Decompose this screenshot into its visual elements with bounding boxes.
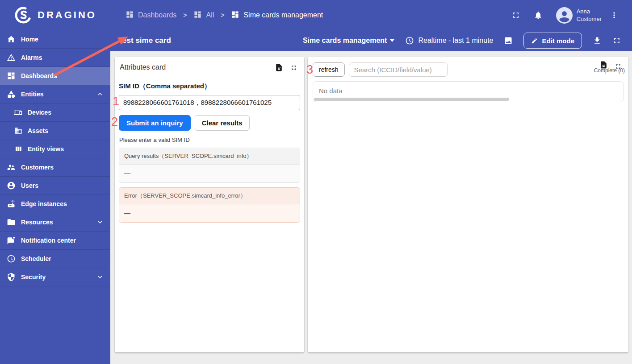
notifications-bell-icon[interactable]: [534, 11, 543, 20]
pencil-icon: [531, 37, 538, 44]
sim-id-input[interactable]: [119, 95, 300, 110]
scheduler-icon: [7, 254, 16, 263]
sidebar-item-entity-views[interactable]: Entity views: [0, 140, 110, 158]
sidebar-item-label: Notification center: [21, 237, 76, 244]
toolbar-actions: Sime cards management Realtime - last 1 …: [303, 33, 632, 49]
users-icon: [7, 181, 16, 190]
page-title: Test sime card: [110, 36, 171, 45]
dashboards-icon: [7, 71, 16, 80]
sidebar-item-resources[interactable]: Resources: [0, 213, 110, 232]
sidebar-item-entities[interactable]: Entities: [0, 85, 110, 103]
user-info[interactable]: Anna Customer: [577, 8, 602, 23]
export-widget-data-icon[interactable]: [275, 63, 283, 72]
sidebar-item-label: Scheduler: [21, 255, 51, 262]
refresh-button[interactable]: refresh: [313, 62, 345, 77]
sidebar-item-label: Edge instances: [21, 200, 67, 207]
widget-fullscreen-icon[interactable]: [615, 63, 622, 70]
top-header: DRAGINO Dashboards > All > Sime cards ma…: [0, 0, 632, 30]
sidebar-item-label: Dashboards: [21, 72, 57, 79]
timewindow-button[interactable]: Realtime - last 1 minute: [405, 36, 493, 45]
caret-down-icon: [390, 39, 394, 42]
clear-results-button[interactable]: Clear results: [195, 115, 250, 131]
error-label: Error（SERVER_SCOPE.simcard_info_error）: [119, 188, 300, 204]
kebab-menu-icon[interactable]: [610, 11, 619, 20]
entity-views-icon: [14, 145, 22, 153]
breadcrumb: Dashboards > All > Sime cards management: [110, 10, 323, 21]
annotation-step-2: 2: [111, 116, 118, 128]
dashboard-fullscreen-icon[interactable]: [612, 36, 621, 45]
edit-mode-button[interactable]: Edit mode: [523, 33, 582, 49]
sidebar-item-alarms[interactable]: Alarms: [0, 49, 110, 67]
submit-inquiry-button[interactable]: Submit an inquiry: [119, 115, 191, 131]
error-value: —: [119, 204, 300, 222]
edge-instances-icon: [7, 199, 16, 208]
query-results-label: Query results（SERVER_SCOPE.simcard_info）: [119, 148, 300, 165]
dashboard-icon: [126, 10, 134, 21]
dashboard-icon: [193, 10, 202, 21]
sidebar-item-label: Users: [21, 182, 38, 189]
clock-icon: [405, 36, 414, 45]
breadcrumb-separator: >: [221, 12, 224, 19]
sidebar-item-label: Entity views: [28, 145, 64, 153]
attributes-card: Attributes card SIM ID（Comma separated） …: [115, 57, 304, 352]
export-widget-data-icon[interactable]: [599, 61, 608, 69]
breadcrumb-all[interactable]: All: [193, 10, 214, 21]
breadcrumb-separator: >: [183, 12, 187, 19]
breadcrumb-current: Sime cards management: [231, 10, 323, 21]
resources-icon: [7, 218, 16, 227]
user-avatar-icon: [556, 7, 573, 24]
dashboard-icon: [231, 10, 239, 21]
sidebar-item-dashboards[interactable]: Dashboards: [0, 67, 110, 85]
customers-icon: [7, 163, 16, 172]
image-gallery-icon[interactable]: [504, 36, 513, 45]
sim-results-card: refresh Complete (0) No data: [308, 57, 628, 352]
sidebar-item-label: Resources: [21, 219, 53, 226]
horizontal-scrollbar[interactable]: [314, 98, 509, 101]
sidebar-item-users[interactable]: Users: [0, 177, 110, 195]
sidebar-item-devices[interactable]: Devices: [0, 103, 110, 122]
chevron-down-icon[interactable]: [96, 273, 104, 281]
sidebar-item-label: Customers: [21, 164, 54, 171]
chevron-down-icon[interactable]: [96, 218, 104, 226]
no-data-label: No data: [313, 82, 624, 95]
dashboard-state-select[interactable]: Sime cards management: [303, 37, 395, 45]
attributes-card-header: Attributes card: [115, 57, 304, 72]
alarms-icon: [7, 53, 16, 62]
entities-icon: [7, 90, 16, 99]
notification-center-icon: [7, 236, 16, 245]
brand-logo[interactable]: DRAGINO: [0, 0, 110, 30]
error-results-box: Error（SERVER_SCOPE.simcard_info_error） —: [119, 187, 300, 223]
dashboard-toolbar: Test sime card Sime cards management Rea…: [110, 30, 632, 51]
sidebar-item-notification-center[interactable]: Notification center: [0, 232, 110, 250]
assets-icon: [14, 127, 22, 135]
sidebar-item-assets[interactable]: Assets: [0, 122, 110, 140]
sidebar-item-label: Assets: [28, 127, 48, 134]
chevron-up-icon[interactable]: [96, 90, 104, 98]
sidebar-item-security[interactable]: Security: [0, 268, 110, 286]
no-data-panel: No data: [313, 81, 624, 102]
app-root: DRAGINO Dashboards > All > Sime cards ma…: [0, 0, 632, 364]
query-results-box: Query results（SERVER_SCOPE.simcard_info）…: [119, 148, 300, 183]
brand-name: DRAGINO: [38, 9, 96, 21]
sim-id-hint: Please enter a valid SIM ID: [119, 136, 300, 143]
sidebar-item-scheduler[interactable]: Scheduler: [0, 250, 110, 268]
fullscreen-icon[interactable]: [511, 11, 520, 20]
sidebar-nav: HomeAlarmsDashboardsEntitiesDevicesAsset…: [0, 30, 110, 364]
sidebar-item-label: Devices: [28, 109, 51, 116]
results-controls: refresh Complete (0): [308, 57, 628, 77]
widget-fullscreen-icon[interactable]: [290, 64, 297, 71]
sidebar-item-label: Entities: [21, 91, 44, 98]
search-input[interactable]: [349, 62, 448, 77]
query-results-value: —: [119, 165, 300, 182]
download-icon[interactable]: [593, 36, 602, 45]
breadcrumb-dashboards[interactable]: Dashboards: [126, 10, 176, 21]
avatar[interactable]: [556, 7, 573, 24]
sidebar-item-home[interactable]: Home: [0, 30, 110, 49]
devices-icon: [14, 108, 22, 116]
sidebar-item-edge-instances[interactable]: Edge instances: [0, 195, 110, 213]
header-actions: Anna Customer: [511, 7, 632, 24]
sidebar-item-customers[interactable]: Customers: [0, 158, 110, 177]
sidebar-item-label: Alarms: [21, 54, 42, 61]
sidebar-item-label: Home: [21, 36, 38, 43]
home-icon: [7, 35, 16, 44]
